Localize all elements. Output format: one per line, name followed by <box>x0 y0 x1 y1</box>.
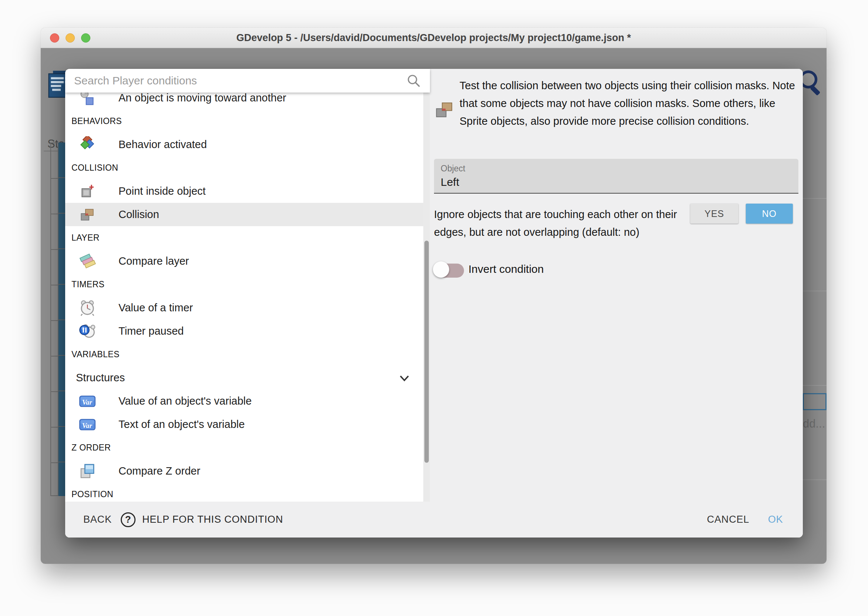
magnifier-icon[interactable] <box>407 74 421 88</box>
window-title: GDevelop 5 - /Users/david/Documents/GDev… <box>236 32 631 44</box>
compare-layer-icon <box>79 253 96 270</box>
object-moving-toward-icon <box>79 93 96 106</box>
list-group-structures[interactable]: Structures <box>65 366 423 390</box>
variable-icon: Var <box>79 394 96 409</box>
collision-icon <box>436 101 455 121</box>
search-bar <box>65 69 430 93</box>
title-bar[interactable]: GDevelop 5 - /Users/david/Documents/GDev… <box>41 28 827 48</box>
chevron-down-icon[interactable] <box>399 372 410 383</box>
conditions-list: An object is moving toward another BEHAV… <box>65 93 430 501</box>
collision-icon <box>80 207 95 223</box>
list-scrollbar-thumb[interactable] <box>425 240 429 463</box>
section-header: BEHAVIORS <box>65 110 423 133</box>
list-item[interactable]: Timer paused <box>65 319 423 343</box>
list-item[interactable]: Var Text of an object's variable <box>65 413 423 436</box>
help-icon: ? <box>121 512 135 527</box>
dialog-footer: BACK ? HELP FOR THIS CONDITION CANCEL OK <box>65 501 803 537</box>
list-item-label: Value of a timer <box>118 302 193 314</box>
list-item[interactable]: Var Value of an object's variable <box>65 390 423 413</box>
list-item-label: Collision <box>118 208 159 221</box>
list-item[interactable]: An object is moving toward another <box>65 93 423 110</box>
list-item-label: Timer paused <box>118 325 184 337</box>
events-row-divider <box>803 385 827 386</box>
section-header: VARIABLES <box>65 343 423 366</box>
section-header: LAYER <box>65 226 423 250</box>
add-action-link-truncated: dd... <box>803 417 825 431</box>
search-input[interactable] <box>74 69 400 93</box>
events-row-divider <box>803 291 827 291</box>
list-item[interactable]: Behavior activated <box>65 133 423 156</box>
section-header: POSITION <box>65 483 423 501</box>
yes-button[interactable]: YES <box>690 204 738 223</box>
no-button[interactable]: NO <box>746 204 793 223</box>
events-sheet-rows <box>58 143 65 496</box>
compare-z-order-icon <box>79 463 96 480</box>
ok-button[interactable]: OK <box>768 501 783 537</box>
list-item-label: Structures <box>76 372 125 384</box>
variable-icon: Var <box>79 417 96 432</box>
section-header: TIMERS <box>65 273 423 296</box>
list-item[interactable]: Value of a timer <box>65 296 423 319</box>
list-item-selected[interactable]: Collision <box>65 203 423 226</box>
list-item[interactable]: Compare Z order <box>65 459 423 483</box>
section-header: Z ORDER <box>65 436 423 459</box>
svg-text:Var: Var <box>82 398 93 406</box>
back-button[interactable]: BACK <box>83 501 112 537</box>
close-window-button[interactable] <box>50 33 59 42</box>
list-item[interactable]: Point inside object <box>65 179 423 203</box>
events-row-divider <box>803 198 827 199</box>
list-item-label: Value of an object's variable <box>118 395 252 407</box>
list-item-label: Point inside object <box>118 185 206 197</box>
behavior-icon <box>79 136 96 153</box>
ignore-edges-label: Ignore objects that are touching each ot… <box>434 206 693 241</box>
condition-detail-panel: Test the collision between two objects u… <box>430 69 803 501</box>
list-item-label: Text of an object's variable <box>118 418 245 431</box>
list-item-label: Compare layer <box>118 255 189 267</box>
point-inside-object-icon <box>80 184 95 199</box>
section-header: COLLISION <box>65 156 423 179</box>
condition-editor-dialog: Test the collision between two objects u… <box>65 69 803 537</box>
cancel-button[interactable]: CANCEL <box>707 501 749 537</box>
timer-paused-icon <box>79 323 96 340</box>
events-sheet-condition-column <box>50 143 58 496</box>
invert-condition-toggle-thumb[interactable] <box>433 261 449 278</box>
events-sheet-focused-field <box>803 393 827 410</box>
list-item-label: Behavior activated <box>118 138 207 151</box>
timer-icon <box>79 300 96 316</box>
list-item-label: An object is moving toward another <box>118 93 286 104</box>
zoom-window-button[interactable] <box>81 33 90 42</box>
object-field-value[interactable]: Left <box>441 176 459 189</box>
condition-description: Test the collision between two objects u… <box>459 77 796 130</box>
minimize-window-button[interactable] <box>66 33 75 42</box>
object-field[interactable]: Object Left <box>434 159 798 193</box>
list-item[interactable]: Compare layer <box>65 250 423 273</box>
help-button[interactable]: ? HELP FOR THIS CONDITION <box>121 501 283 537</box>
list-item-label: Compare Z order <box>118 465 200 477</box>
events-row-divider <box>803 479 827 480</box>
object-field-label: Object <box>441 163 465 174</box>
invert-condition-label: Invert condition <box>469 263 544 275</box>
svg-text:Var: Var <box>82 421 93 429</box>
